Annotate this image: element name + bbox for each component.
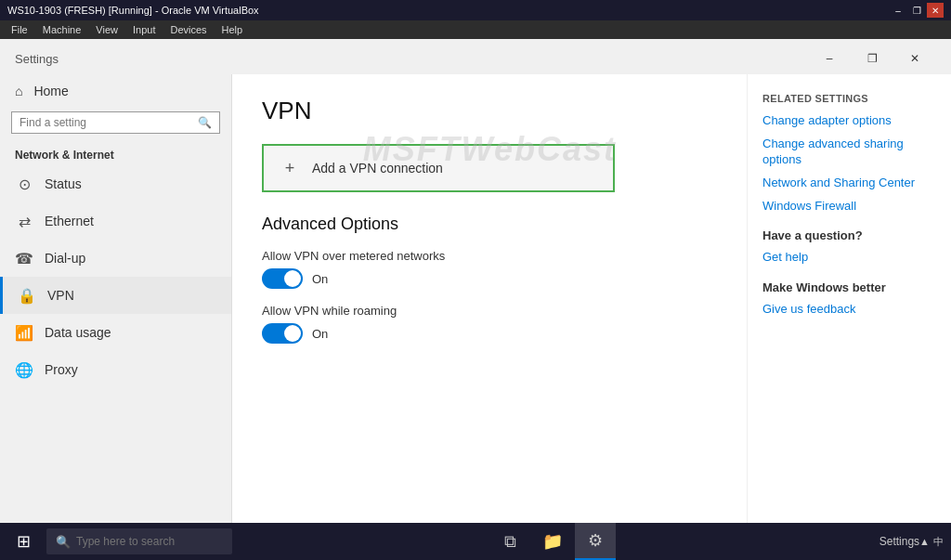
have-a-question-title: Have a question? (762, 228, 936, 242)
sidebar-item-label: Status (45, 176, 82, 191)
task-view-btn[interactable]: ⧉ (489, 523, 530, 560)
menu-view[interactable]: View (88, 22, 125, 37)
system-tray-icons: ▲ (919, 536, 930, 547)
add-vpn-label: Add a VPN connection (312, 161, 443, 176)
taskbar-search-box[interactable]: 🔍 (46, 528, 232, 554)
menu-devices[interactable]: Devices (163, 22, 214, 37)
toggle-metered[interactable] (262, 268, 303, 289)
sidebar-item-label: Proxy (45, 362, 78, 377)
home-icon: ⌂ (15, 84, 22, 98)
taskbar-search-input[interactable] (76, 535, 215, 548)
option-roaming-label: Allow VPN while roaming (262, 304, 717, 318)
win-maximize-btn[interactable]: ❐ (851, 45, 893, 72)
taskbar: ⊞ 🔍 ⧉ 📁 ⚙ Settings ▲ 中 (0, 523, 951, 560)
option-metered: Allow VPN over metered networks On (262, 249, 717, 289)
menu-machine[interactable]: Machine (35, 22, 89, 37)
settings-icon: ⚙ (588, 530, 603, 551)
sidebar-item-label: Ethernet (45, 214, 94, 228)
datausage-icon: 📶 (15, 323, 33, 342)
win-minimize-btn[interactable]: – (808, 45, 851, 72)
settings-window: Settings – ❐ ✕ ⌂ Home 🔍 Network & Intern… (0, 39, 951, 560)
sidebar-section-title: Network & Internet (0, 141, 231, 165)
home-label: Home (33, 84, 68, 98)
page-title: VPN (262, 97, 717, 125)
status-icon: ⊙ (15, 175, 33, 193)
sidebar-item-label: Data usage (45, 325, 111, 340)
option-roaming: Allow VPN while roaming On (262, 304, 717, 344)
right-panel: Related settings Change adapter options … (747, 74, 951, 560)
sidebar-search-box[interactable]: 🔍 (11, 111, 220, 134)
dialup-icon: ☎ (15, 249, 33, 267)
title-bar-text: WS10-1903 (FRESH) [Running] - Oracle VM … (7, 5, 890, 16)
toggle-roaming[interactable] (262, 323, 303, 344)
sidebar-home-item[interactable]: ⌂ Home (0, 74, 231, 108)
sidebar-item-label: Dial-up (45, 251, 85, 266)
sidebar-item-dialup[interactable]: ☎ Dial-up (0, 240, 231, 277)
maximize-btn[interactable]: ❐ (908, 3, 925, 18)
search-input[interactable] (20, 116, 198, 129)
search-icon: 🔍 (198, 116, 212, 129)
sidebar-item-datausage[interactable]: 📶 Data usage (0, 314, 231, 351)
win-close-btn[interactable]: ✕ (893, 45, 936, 72)
toggle-roaming-row: On (262, 323, 717, 344)
sidebar-item-ethernet[interactable]: ⇄ Ethernet (0, 202, 231, 240)
taskbar-right: ▲ 中 (919, 535, 951, 549)
vpn-icon: 🔒 (18, 286, 36, 305)
link-network-sharing-center[interactable]: Network and Sharing Center (762, 176, 936, 191)
menu-file[interactable]: File (4, 22, 35, 37)
sidebar-item-status[interactable]: ⊙ Status (0, 165, 231, 202)
toggle-roaming-text: On (312, 327, 328, 341)
menu-help[interactable]: Help (215, 22, 251, 37)
related-settings-title: Related settings (762, 93, 936, 104)
sidebar-item-proxy[interactable]: 🌐 Proxy (0, 351, 231, 388)
sidebar-item-vpn[interactable]: 🔒 VPN (0, 277, 231, 314)
option-metered-label: Allow VPN over metered networks (262, 249, 717, 263)
link-get-help[interactable]: Get help (762, 250, 936, 266)
link-change-sharing[interactable]: Change advanced sharing options (762, 137, 936, 168)
sidebar: ⌂ Home 🔍 Network & Internet ⊙ Status ⇄ E… (0, 74, 232, 560)
advanced-options-title: Advanced Options (262, 215, 717, 234)
make-windows-better-title: Make Windows better (762, 280, 936, 294)
menu-input[interactable]: Input (125, 22, 163, 37)
main-content: MSFTWebCast VPN + Add a VPN connection A… (232, 74, 747, 560)
add-plus-icon: + (279, 157, 301, 179)
minimize-btn[interactable]: – (890, 3, 906, 18)
start-button[interactable]: ⊞ (0, 523, 46, 560)
toggle-metered-row: On (262, 268, 717, 289)
link-change-adapter[interactable]: Change adapter options (762, 113, 936, 129)
sidebar-item-label: VPN (47, 288, 74, 303)
settings-btn[interactable]: ⚙ (575, 523, 616, 560)
settings-body: ⌂ Home 🔍 Network & Internet ⊙ Status ⇄ E… (0, 74, 951, 560)
settings-header: Settings (15, 52, 59, 66)
add-vpn-button[interactable]: + Add a VPN connection (262, 144, 615, 192)
file-explorer-btn[interactable]: 📁 (532, 523, 573, 560)
toggle-metered-text: On (312, 272, 328, 286)
link-windows-firewall[interactable]: Windows Firewall (762, 199, 936, 215)
settings-taskbar-label: Settings (879, 535, 919, 548)
ime-icon: 中 (933, 535, 944, 549)
close-btn[interactable]: ✕ (927, 3, 944, 18)
title-bar: WS10-1903 (FRESH) [Running] - Oracle VM … (0, 0, 951, 20)
taskbar-search-icon: 🔍 (56, 535, 71, 549)
menu-bar: File Machine View Input Devices Help (0, 20, 951, 39)
proxy-icon: 🌐 (15, 360, 33, 379)
title-bar-controls: – ❐ ✕ (890, 3, 944, 18)
taskbar-pinned-apps: ⧉ 📁 ⚙ (489, 523, 616, 560)
link-give-feedback[interactable]: Give us feedback (762, 302, 936, 318)
ethernet-icon: ⇄ (15, 212, 33, 230)
